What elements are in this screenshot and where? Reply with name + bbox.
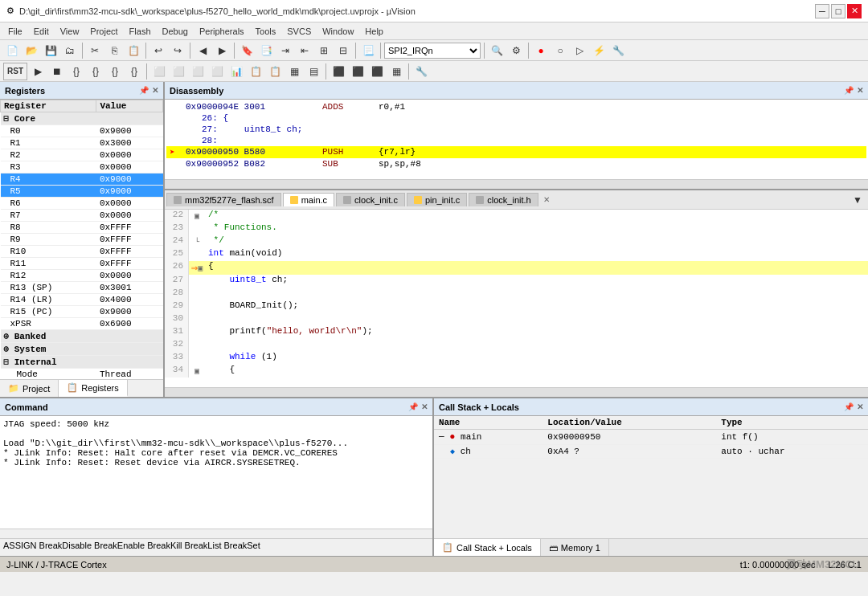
tab-clock-init-c[interactable]: clock_init.c <box>336 193 405 206</box>
reg-row[interactable]: R40x9000 <box>1 173 163 186</box>
cs-row-ch[interactable]: ◆ ch 0xA4 ? auto · uchar <box>434 445 868 459</box>
tb-paste[interactable]: 📋 <box>125 42 142 59</box>
disassembly-content[interactable]: 0x9000094E 3001 ADDS r0,#1 26: { 27: uin… <box>165 100 868 179</box>
tb-unfold[interactable]: ⊟ <box>334 42 352 59</box>
reg-row[interactable]: R15 (PC)0x9000 <box>1 306 163 318</box>
reg-row[interactable]: R70x0000 <box>1 210 163 222</box>
reg-group-core[interactable]: ⊟ Core <box>1 112 163 125</box>
menu-peripherals[interactable]: Peripherals <box>194 25 249 38</box>
reg-row[interactable]: R00x9000 <box>1 125 163 137</box>
reg-row[interactable]: R110xFFFF <box>1 258 163 270</box>
function-dropdown[interactable]: SPI2_IRQn <box>384 43 481 59</box>
reg-row[interactable]: xPSR0x6900 <box>1 318 163 330</box>
reg-row[interactable]: R90xFFFF <box>1 234 163 246</box>
tb-undo[interactable]: ↩ <box>149 42 167 59</box>
reg-row[interactable]: R20x0000 <box>1 149 163 161</box>
tb-save-all[interactable]: 🗂 <box>61 42 79 59</box>
tb2-win7[interactable]: 📋 <box>266 63 284 80</box>
tb2-ext3[interactable]: ⬛ <box>368 63 386 80</box>
tb-debug2[interactable]: ○ <box>551 42 569 59</box>
tb2-step2[interactable]: {} <box>87 63 104 80</box>
tb-nav-back[interactable]: ◀ <box>194 42 211 59</box>
tb2-win5[interactable]: 📊 <box>227 63 245 80</box>
reg-row[interactable]: R10x3000 <box>1 137 163 149</box>
tb-src[interactable]: 📃 <box>359 42 377 59</box>
tb-debug3[interactable]: ▷ <box>571 42 588 59</box>
collapse-icon-24[interactable]: └ <box>194 238 199 247</box>
reg-row[interactable]: R60x0000 <box>1 198 163 210</box>
menu-tools[interactable]: Tools <box>251 25 281 38</box>
menu-view[interactable]: View <box>55 25 84 38</box>
tb-settings1[interactable]: ⚙ <box>507 42 525 59</box>
tb2-run[interactable]: ▶ <box>29 63 47 80</box>
editor-dropdown[interactable]: ▼ <box>849 191 866 209</box>
command-pin[interactable]: 📌 <box>408 402 418 411</box>
reg-row[interactable]: R120x0000 <box>1 270 163 282</box>
tb-copy[interactable]: ⎘ <box>105 42 123 59</box>
menu-window[interactable]: Window <box>317 25 358 38</box>
tb2-win8[interactable]: ▦ <box>285 63 303 80</box>
cs-row-main[interactable]: ─ ● main 0x90000950 int f() <box>434 430 868 445</box>
tab-flash-scf[interactable]: mm32f5277e_flash.scf <box>166 193 281 206</box>
disassembly-close[interactable]: ✕ <box>857 86 863 95</box>
reg-group-system[interactable]: ⊕ System <box>1 343 163 356</box>
collapse-icon-22[interactable]: ▣ <box>194 211 199 221</box>
reg-row[interactable]: R14 (LR)0x4000 <box>1 294 163 306</box>
menu-file[interactable]: File <box>3 25 27 38</box>
tb2-step3[interactable]: {} <box>106 63 124 80</box>
tb-save[interactable]: 💾 <box>42 42 59 59</box>
tb-bookmark[interactable]: 🔖 <box>238 42 256 59</box>
tb2-step4[interactable]: {} <box>125 63 143 80</box>
tab-close[interactable]: ✕ <box>543 195 550 204</box>
reg-row[interactable]: R30x0000 <box>1 161 163 173</box>
editor-content[interactable]: 22 ▣ /* 23 * Functions. 24 └ <box>165 210 868 387</box>
tb-debug5[interactable]: 🔧 <box>609 42 627 59</box>
cs-tab-memory[interactable]: 🗃 Memory 1 <box>541 539 609 556</box>
registers-pin[interactable]: 📌 <box>139 86 149 95</box>
menu-help[interactable]: Help <box>360 25 388 38</box>
tb2-stop[interactable]: ⏹ <box>48 63 66 80</box>
menu-flash[interactable]: Flash <box>125 25 156 38</box>
command-scrollbar-h[interactable] <box>0 529 432 538</box>
tb2-rst[interactable]: RST <box>3 63 27 80</box>
reg-row[interactable]: R100xFFFF <box>1 246 163 258</box>
tb-outdent[interactable]: ⇤ <box>296 42 313 59</box>
tb2-win1[interactable]: ⬜ <box>150 63 168 80</box>
tb2-win3[interactable]: ⬜ <box>189 63 207 80</box>
tb2-win2[interactable]: ⬜ <box>170 63 187 80</box>
command-output[interactable]: JTAG speed: 5000 kHz Load "D:\\git_dir\\… <box>0 416 432 529</box>
tb2-win4[interactable]: ⬜ <box>208 63 226 80</box>
tb2-ext2[interactable]: ⬛ <box>349 63 366 80</box>
tb-fold[interactable]: ⊞ <box>315 42 333 59</box>
command-close[interactable]: ✕ <box>421 402 428 411</box>
reg-group-banked[interactable]: ⊕ Banked <box>1 330 163 343</box>
tab-project[interactable]: 📁 Project <box>0 380 59 397</box>
tab-clock-init-h[interactable]: clock_init.h <box>469 193 538 206</box>
maximize-button[interactable]: □ <box>831 4 845 18</box>
cs-expand-main[interactable]: ─ <box>439 432 444 442</box>
reg-row[interactable]: R13 (SP)0x3001 <box>1 282 163 294</box>
tb-redo[interactable]: ↪ <box>169 42 186 59</box>
tb2-ext4[interactable]: ▦ <box>387 63 405 80</box>
callstack-close[interactable]: ✕ <box>857 402 863 411</box>
reg-row[interactable]: R80xFFFF <box>1 222 163 234</box>
menu-project[interactable]: Project <box>85 25 122 38</box>
tb-search[interactable]: 🔍 <box>488 42 506 59</box>
minimize-button[interactable]: ─ <box>815 4 829 18</box>
cs-tab-locals[interactable]: 📋 Call Stack + Locals <box>434 539 541 556</box>
menu-svcs[interactable]: SVCS <box>282 25 316 38</box>
tb-debug1[interactable]: ● <box>532 42 550 59</box>
registers-close[interactable]: ✕ <box>152 86 158 95</box>
tb2-settings[interactable]: 🔧 <box>412 63 430 80</box>
tab-main-c[interactable]: main.c <box>283 193 334 206</box>
disassembly-pin[interactable]: 📌 <box>844 86 854 95</box>
close-button[interactable]: ✕ <box>847 4 862 18</box>
menu-edit[interactable]: Edit <box>29 25 54 38</box>
tb-new[interactable]: 📄 <box>3 42 21 59</box>
tab-registers[interactable]: 📋 Registers <box>59 380 127 397</box>
callstack-table-wrap[interactable]: Name Location/Value Type ─ ● main 0x9000… <box>434 416 868 538</box>
tb-bookmarks[interactable]: 📑 <box>257 42 275 59</box>
disasm-scrollbar-h[interactable] <box>165 179 868 189</box>
collapse-icon-26[interactable]: ▣ <box>198 263 203 273</box>
menu-debug[interactable]: Debug <box>158 25 193 38</box>
